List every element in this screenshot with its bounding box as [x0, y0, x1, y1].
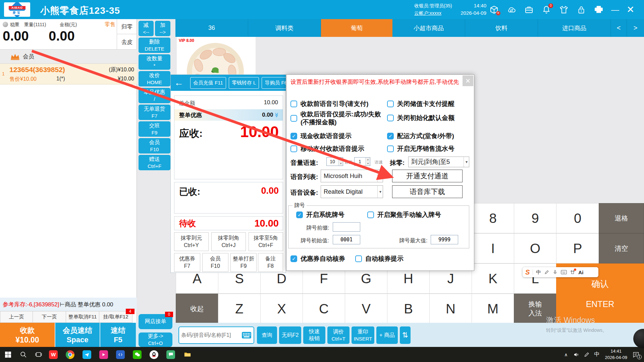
- coupon-button[interactable]: 优惠券F7: [174, 253, 200, 272]
- soft-keyboard-icon[interactable]: [241, 331, 252, 339]
- taskbar-app-tim[interactable]: [83, 350, 91, 359]
- check-cash-voice[interactable]: 现金收款语音提示: [290, 132, 352, 140]
- round-to-jiao-button[interactable]: 抹零到角Ctrl+J: [211, 232, 246, 251]
- key-p[interactable]: P: [556, 233, 599, 263]
- member-button[interactable]: 会员F10: [139, 138, 170, 154]
- quick-verify-button[interactable]: 快速核销: [303, 326, 325, 344]
- tray-lang-indicator[interactable]: 中: [594, 351, 600, 358]
- key-m[interactable]: M: [472, 294, 514, 324]
- check-close-default-amount[interactable]: 关闭初始化默认金额: [387, 114, 454, 122]
- voice-list-dropdown[interactable]: Microsoft Huih▾: [321, 170, 383, 182]
- key-b[interactable]: B: [387, 294, 430, 324]
- member-quick-checkout-button[interactable]: 会员速结 Space: [55, 323, 100, 347]
- shift-change-button[interactable]: 交班F9: [139, 121, 170, 137]
- check-voice-result-only[interactable]: 收款后语音仅提示:成功/失败(不播报金额): [290, 110, 384, 126]
- ime-pen-icon[interactable]: [544, 269, 549, 275]
- reprint-button[interactable]: 重印INSERT: [352, 326, 374, 344]
- adjust-price-button[interactable]: 调价Ctrl+T: [327, 326, 350, 344]
- tag-init-input[interactable]: [333, 235, 360, 244]
- cancel-order-button[interactable]: 整单取消F11: [66, 311, 99, 323]
- remark-button[interactable]: 备注F8: [258, 253, 283, 272]
- scale-zero-button[interactable]: 归零: [117, 19, 137, 34]
- check-system-tag[interactable]: 开启系统牌号: [296, 210, 344, 219]
- open-pay-channel-button[interactable]: 开通支付通道: [392, 170, 463, 182]
- order-discount-row[interactable]: 整单优惠 0.00 ≫: [174, 109, 283, 121]
- key-z[interactable]: Z: [218, 294, 261, 324]
- change-price-button[interactable]: 改价HOME: [139, 71, 170, 86]
- member-bar[interactable]: 会员: [0, 50, 137, 64]
- sort-button[interactable]: ⇅: [400, 326, 411, 344]
- task-view-icon[interactable]: [31, 347, 46, 362]
- member-pay-button[interactable]: 会员F10: [202, 253, 228, 272]
- taskbar-app-media[interactable]: [99, 350, 108, 359]
- check-delivery-mode[interactable]: 配运方式(堂食/外带): [387, 132, 454, 140]
- key-x[interactable]: X: [260, 294, 303, 324]
- shopping-guide-button[interactable]: 导购员 F6: [262, 77, 286, 89]
- ime-mode-label[interactable]: 中: [536, 269, 541, 276]
- taskbar-app-wps[interactable]: W: [49, 350, 58, 359]
- taskbar-app-chrome[interactable]: [66, 350, 74, 359]
- briefcase-icon[interactable]: [524, 5, 534, 15]
- key-9[interactable]: 9: [514, 203, 556, 233]
- lock-icon[interactable]: [576, 5, 586, 15]
- key-k[interactable]: K: [472, 263, 514, 294]
- voice-device-dropdown[interactable]: Realtek Digital▾: [321, 185, 383, 198]
- tab-prev-button[interactable]: <: [611, 19, 627, 37]
- volume-spinner[interactable]: 10▴▾: [326, 157, 343, 166]
- key-backspace[interactable]: 退格: [599, 203, 644, 233]
- query-button[interactable]: 查询: [257, 326, 277, 344]
- checkout-button[interactable]: 收款 ¥10.00: [0, 323, 55, 347]
- ime-ai-button[interactable]: Ai: [578, 269, 583, 275]
- voice-lib-download-button[interactable]: 语音库下载: [392, 185, 463, 198]
- tag-prefix-input[interactable]: [333, 222, 360, 232]
- tray-volume-icon[interactable]: [573, 352, 579, 358]
- tab-mini-market[interactable]: 小超市商品: [392, 19, 465, 37]
- tab-next-button[interactable]: >: [627, 19, 644, 37]
- taskbar-app-chat[interactable]: [166, 350, 175, 359]
- taskbar-app-qq[interactable]: [150, 350, 158, 359]
- key-clear[interactable]: 清空: [599, 233, 644, 263]
- order-discount-button[interactable]: 整单打折F9: [230, 253, 257, 272]
- change-save-button[interactable]: 零钱转存 L: [229, 77, 259, 89]
- key-collapse[interactable]: 收起: [176, 294, 218, 324]
- tab-seasoning[interactable]: 调料类: [248, 19, 321, 37]
- ime-mic-icon[interactable]: [552, 269, 558, 275]
- decrease-button[interactable]: 减<--: [139, 21, 154, 36]
- tab-imported[interactable]: 进口商品: [538, 19, 611, 37]
- scale-tare-button[interactable]: 去皮: [117, 35, 137, 50]
- check-close-storedcard-tip[interactable]: 关闭储值卡支付提醒: [387, 100, 454, 108]
- key-8[interactable]: 8: [472, 203, 514, 233]
- search-input[interactable]: [181, 332, 241, 338]
- rounding-dropdown[interactable]: 到元|到角|至5▾: [408, 157, 469, 167]
- back-arrow-button[interactable]: ←: [174, 77, 183, 88]
- sogou-logo-icon[interactable]: S: [525, 268, 530, 276]
- tray-clock[interactable]: 14:41 2026-04-09: [605, 348, 628, 361]
- taskbar-app-dev[interactable]: [116, 350, 125, 359]
- check-auto-coupon-tip[interactable]: 自动核券提示: [355, 254, 404, 263]
- taskbar-search-icon[interactable]: [16, 347, 31, 362]
- skin-shirt-icon[interactable]: [559, 5, 569, 15]
- add-item-button[interactable]: + 商品: [376, 326, 398, 344]
- check-manual-tag[interactable]: 开启聚焦手动输入牌号: [367, 210, 441, 219]
- check-unordered-serial[interactable]: 开启无序销售流水号: [387, 144, 454, 153]
- package-icon[interactable]: ✕: [489, 5, 499, 15]
- increase-button[interactable]: 加-->: [155, 21, 170, 36]
- close-button[interactable]: ✕: [627, 4, 634, 15]
- delete-button[interactable]: 删除DELETE: [139, 38, 170, 53]
- tab-36[interactable]: 36: [175, 19, 248, 37]
- key-0[interactable]: 0: [556, 203, 599, 233]
- tag-max-input[interactable]: [431, 235, 458, 244]
- quick-checkout-button[interactable]: 速结 F5: [100, 323, 136, 347]
- round-to-yuan-button[interactable]: 抹零到元Ctrl+Y: [174, 232, 209, 251]
- gift-button[interactable]: 赠送Ctrl+F: [139, 155, 170, 170]
- key-v[interactable]: V: [345, 294, 387, 324]
- ime-skin-icon[interactable]: [570, 269, 575, 275]
- item-discount-button[interactable]: 单品优惠/: [139, 88, 170, 103]
- more-button[interactable]: 更多->Ctrl+O: [139, 333, 172, 347]
- check-auto-coupon[interactable]: 优惠券自动核券: [290, 254, 345, 263]
- check-mobilepay-voice[interactable]: 移动支付收款语音提示: [290, 144, 364, 153]
- taskbar-app-folder[interactable]: [183, 350, 192, 359]
- dialog-close-button[interactable]: ✕: [463, 75, 473, 86]
- member-recharge-button[interactable]: 会员充值 F11: [190, 77, 226, 89]
- minimize-button[interactable]: —: [611, 5, 619, 14]
